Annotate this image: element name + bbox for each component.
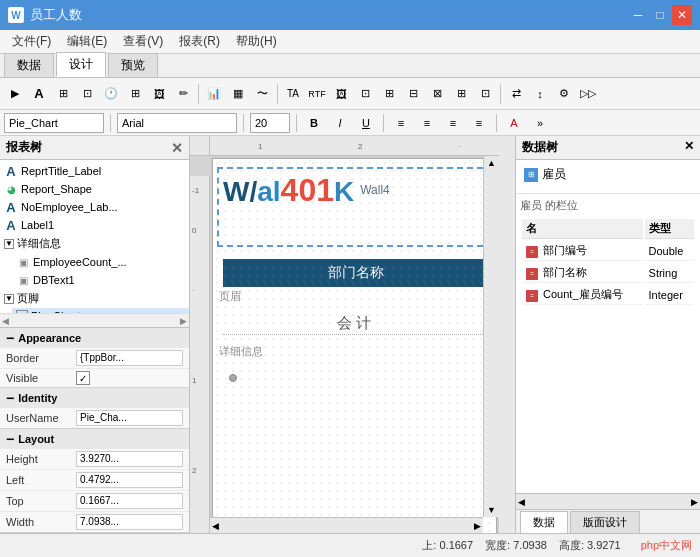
move-btn[interactable]: ⇄ [505,83,527,105]
image-btn[interactable]: 🖼 [148,83,170,105]
expand-btn[interactable]: » [529,113,551,133]
italic-btn[interactable]: I [329,113,351,133]
data-panel-close-btn[interactable]: ✕ [684,139,694,156]
width-value[interactable]: 7.0938... [76,514,183,530]
layout-tab[interactable]: 版面设计 [570,511,640,533]
tree-item-reptitle[interactable]: A ReprtTitle_Label [0,162,189,180]
tree-item-empcount[interactable]: ▣ EmployeeCount_... [12,253,189,271]
height-value[interactable]: 3.9270... [76,451,183,467]
vscroll-up-btn[interactable]: ▲ [487,158,496,168]
tree-item-footer[interactable]: ▼ 页脚 [0,289,189,308]
btn3[interactable]: ⊠ [426,83,448,105]
minimize-button[interactable]: ─ [628,5,648,25]
font-color-btn[interactable]: A [503,113,525,133]
identity-header[interactable]: − Identity [0,388,189,408]
select-tool-btn[interactable]: ▶ [4,83,26,105]
menu-file[interactable]: 文件(F) [4,31,59,52]
report-tree-panel: 报表树 ✕ A ReprtTitle_Label ◕ Report_Shape … [0,136,190,533]
font-size-input[interactable] [250,113,290,133]
data-panel: 数据树 ✕ ⊞ 雇员 雇员 的栏位 名 类型 [515,136,700,533]
fmt-sep3 [296,114,297,132]
btn5[interactable]: ⊡ [474,83,496,105]
wave-btn[interactable]: 〜 [251,83,273,105]
tree-item-reportshape[interactable]: ◕ Report_Shape [0,180,189,198]
tree-item-dbtext1[interactable]: ▣ DBText1 [12,271,189,289]
field-row-1[interactable]: = 部门名称 String [522,263,694,283]
menu-edit[interactable]: 编辑(E) [59,31,115,52]
font-name-input[interactable] [117,113,237,133]
window-controls[interactable]: ─ □ ✕ [628,5,692,25]
align-left-btn[interactable]: ≡ [390,113,412,133]
align-right-btn[interactable]: ≡ [442,113,464,133]
close-button[interactable]: ✕ [672,5,692,25]
draw-btn[interactable]: ✏ [172,83,194,105]
hscroll-left-btn[interactable]: ◀ [212,521,219,531]
align-center-btn[interactable]: ≡ [416,113,438,133]
tab-data[interactable]: 数据 [4,53,54,77]
tree-hscroll[interactable]: ◀ ▶ [0,313,189,327]
table-btn[interactable]: ⊞ [52,83,74,105]
text2-btn[interactable]: TA [282,83,304,105]
border-value[interactable]: {TppBor... [76,350,183,366]
visible-check[interactable]: ✓ [76,371,90,385]
report-tree-close-btn[interactable]: ✕ [171,140,183,156]
scroll-left-arrow[interactable]: ◀ [2,316,9,326]
tree-item-label1[interactable]: A Label1 [0,216,189,234]
canvas-main[interactable]: W/al401K Wall4 部门名称 页眉 [210,156,499,533]
appearance-label: Appearance [18,332,81,344]
appearance-header[interactable]: − Appearance [0,328,189,348]
text-tool-btn[interactable]: A [28,83,50,105]
page-scroll-area[interactable]: W/al401K Wall4 部门名称 页眉 [210,156,499,533]
hscroll-bar[interactable]: ◀ ▶ [210,517,483,533]
clock-btn[interactable]: 🕐 [100,83,122,105]
sort-btn[interactable]: ↕ [529,83,551,105]
img2-btn[interactable]: 🖼 [330,83,352,105]
tab-preview[interactable]: 预览 [108,53,158,77]
data-hscroll-left[interactable]: ◀ [518,497,525,507]
expand2-icon[interactable]: ▼ [4,294,14,304]
menu-help[interactable]: 帮助(H) [228,31,285,52]
rtf-btn[interactable]: RTF [306,83,328,105]
data-panel-hscroll[interactable]: ◀ ▶ [516,493,700,509]
tree-item-detail[interactable]: ▼ 详细信息 [0,234,189,253]
element-name-input[interactable] [4,113,104,133]
username-value[interactable]: Pie_Cha... [76,410,183,426]
data-tab[interactable]: 数据 [520,511,568,533]
field-name-1: = 部门名称 [522,263,643,283]
justify-btn[interactable]: ≡ [468,113,490,133]
top-value[interactable]: 0.1667... [76,493,183,509]
data-hscroll-right[interactable]: ▶ [691,497,698,507]
tree-item-noemployee[interactable]: A NoEmployee_Lab... [0,198,189,216]
sep3 [500,84,501,104]
ruler-vmark-2: 1 [192,376,196,385]
field-type-1: String [645,263,694,283]
tab-design[interactable]: 设计 [56,52,106,77]
bar-chart-btn[interactable]: ▦ [227,83,249,105]
layout-header[interactable]: − Layout [0,429,189,449]
btn2[interactable]: ⊟ [402,83,424,105]
left-value[interactable]: 0.4792... [76,472,183,488]
field-row-2[interactable]: = Count_雇员编号 Integer [522,285,694,305]
grid-btn[interactable]: ⊞ [124,83,146,105]
filter-btn[interactable]: ⚙ [553,83,575,105]
calc-btn[interactable]: ⊡ [76,83,98,105]
chart-btn[interactable]: 📊 [203,83,225,105]
field-btn[interactable]: ⊡ [354,83,376,105]
top-label: Top [6,495,76,507]
more-btn[interactable]: ▷▷ [577,83,599,105]
scroll-right-arrow[interactable]: ▶ [180,316,187,326]
maximize-button[interactable]: □ [650,5,670,25]
menu-report[interactable]: 报表(R) [171,31,228,52]
btn1[interactable]: ⊞ [378,83,400,105]
btn4[interactable]: ⊞ [450,83,472,105]
menu-view[interactable]: 查看(V) [115,31,171,52]
bold-btn[interactable]: B [303,113,325,133]
expand-icon[interactable]: ▼ [4,239,14,249]
hscroll-right-btn[interactable]: ▶ [474,521,481,531]
vscroll-down-btn[interactable]: ▼ [487,505,496,515]
vscroll-bar[interactable]: ▲ ▼ [483,156,499,517]
field-row-0[interactable]: = 部门编号 Double [522,241,694,261]
top-row: Top 0.1667... [0,491,189,512]
underline-btn[interactable]: U [355,113,377,133]
tree-item-label: 详细信息 [17,236,61,251]
